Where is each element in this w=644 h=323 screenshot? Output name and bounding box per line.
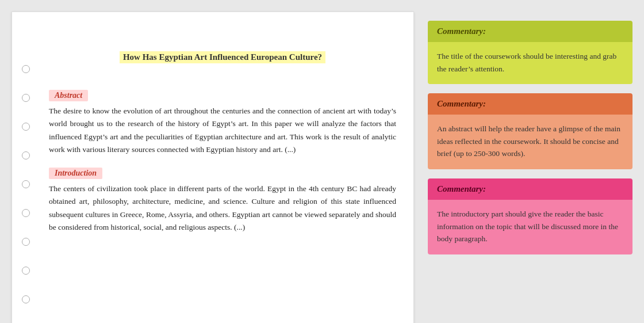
document-panel: How Has Egyptian Art Influenced European…: [12, 12, 414, 323]
document-content: How Has Egyptian Art Influenced European…: [40, 12, 413, 323]
introduction-text: The centers of civilization took place i…: [49, 183, 396, 234]
abstract-label: Abstract: [49, 90, 88, 101]
bullet-column: [12, 12, 40, 323]
introduction-section: Introduction The centers of civilization…: [49, 168, 396, 234]
bullet-dot: [22, 151, 30, 159]
abstract-text: The desire to know the evolution of art …: [49, 105, 396, 156]
document-title: How Has Egyptian Art Influenced European…: [120, 51, 325, 63]
commentary-card-1: Commentary: The title of the coursework …: [428, 21, 632, 84]
commentary-header-1: Commentary:: [428, 21, 632, 42]
bullet-dot: [22, 295, 30, 303]
commentary-body-2: An abstract will help the reader have a …: [428, 115, 632, 169]
commentary-card-3: Commentary: The introductory part should…: [428, 178, 632, 254]
bullet-dot: [22, 65, 30, 73]
bullet-dot: [22, 267, 30, 275]
commentary-card-2: Commentary: An abstract will help the re…: [428, 93, 632, 169]
commentary-body-1: The title of the coursework should be in…: [428, 42, 632, 84]
bullet-dot: [22, 209, 30, 217]
bullet-dot: [22, 180, 30, 188]
commentary-body-3: The introductory part should give the re…: [428, 200, 632, 254]
introduction-label: Introduction: [49, 168, 102, 179]
commentary-header-2: Commentary:: [428, 93, 632, 115]
title-wrapper: How Has Egyptian Art Influenced European…: [49, 24, 396, 79]
abstract-section: Abstract The desire to know the evolutio…: [49, 90, 396, 156]
bullet-dot: [22, 123, 30, 131]
commentary-column: Commentary: The title of the coursework …: [428, 12, 632, 264]
bullet-dot: [22, 94, 30, 102]
bullet-dot: [22, 238, 30, 246]
commentary-header-3: Commentary:: [428, 178, 632, 200]
